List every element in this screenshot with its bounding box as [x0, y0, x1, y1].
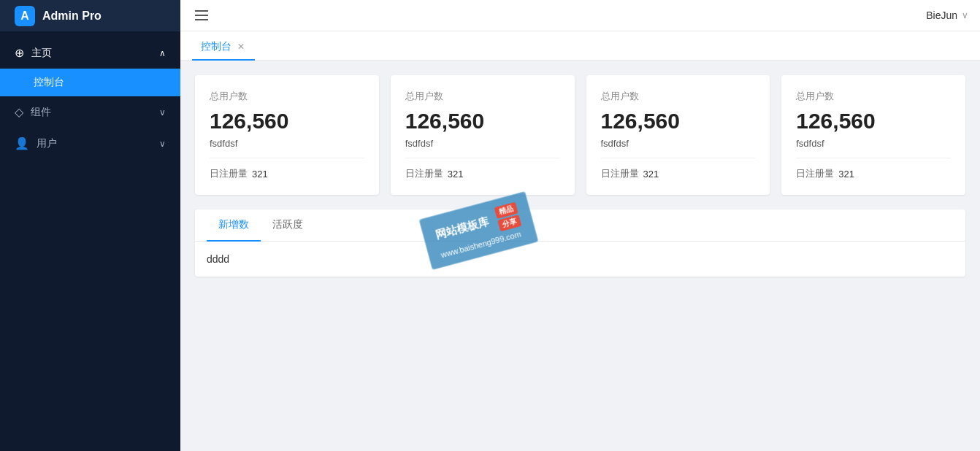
stat-footer-num-2: 321 [643, 169, 659, 180]
sidebar-nav: ⊕ 主页 ∧ 控制台 ◇ 组件 ∨ 👤 用户 ∨ [0, 31, 180, 451]
sidebar-item-home-label: 主页 [31, 47, 52, 60]
sidebar-item-components-label: 组件 [31, 106, 51, 119]
stat-footer-label-2: 日注册量 [601, 167, 639, 180]
tab-bar: 控制台 ✕ [180, 31, 980, 61]
stat-footer-num-3: 321 [838, 169, 854, 180]
stat-card-0: 总用户数 126,560 fsdfdsf 日注册量 321 [195, 75, 379, 195]
stat-footer-2: 日注册量 321 [601, 167, 756, 180]
users-icon: 👤 [15, 136, 29, 150]
stats-row: 总用户数 126,560 fsdfdsf 日注册量 321 总用户数 126,5… [195, 75, 965, 195]
stat-label-0: 总用户数 [210, 90, 364, 103]
sidebar-item-dashboard[interactable]: 控制台 [0, 69, 180, 96]
menu-toggle-button[interactable] [192, 7, 211, 23]
stat-card-1: 总用户数 126,560 fsdfdsf 日注册量 321 [391, 75, 575, 195]
stat-value-0: 126,560 [210, 109, 364, 134]
stat-value-2: 126,560 [601, 109, 756, 134]
menu-line-2 [195, 15, 208, 16]
stat-label-2: 总用户数 [601, 90, 756, 103]
stat-footer-num-0: 321 [252, 169, 268, 180]
main-content: BieJun ∨ 控制台 ✕ 总用户数 126,560 fsdfdsf 日注册量… [180, 0, 980, 451]
section-tab-new[interactable]: 新增数 [207, 209, 261, 242]
stat-footer-label-3: 日注册量 [796, 167, 834, 180]
stat-card-2: 总用户数 126,560 fsdfdsf 日注册量 321 [586, 75, 770, 195]
stat-sub-1: fsdfdsf [405, 138, 560, 149]
stat-value-1: 126,560 [405, 109, 560, 134]
app-title: Admin Pro [42, 9, 102, 23]
components-arrow-icon: ∨ [159, 107, 166, 117]
user-chevron-icon[interactable]: ∨ [962, 10, 968, 20]
stat-label-1: 总用户数 [405, 90, 560, 103]
components-icon: ◇ [15, 105, 23, 119]
section-tabs-container: 新增数 活跃度 dddd [195, 209, 965, 277]
users-arrow-icon: ∨ [159, 139, 166, 149]
sidebar: A Admin Pro ⊕ 主页 ∧ 控制台 ◇ 组件 ∨ 👤 [0, 0, 180, 451]
content-area: 总用户数 126,560 fsdfdsf 日注册量 321 总用户数 126,5… [180, 61, 980, 451]
menu-line-3 [195, 19, 208, 20]
header-right: BieJun ∨ [926, 9, 968, 21]
stat-divider-3 [796, 158, 951, 158]
stat-footer-num-1: 321 [448, 169, 464, 180]
sidebar-item-dashboard-label: 控制台 [34, 76, 64, 88]
stat-footer-label-0: 日注册量 [210, 167, 248, 180]
stat-divider-1 [405, 158, 560, 158]
header-left [192, 7, 211, 23]
stat-sub-0: fsdfdsf [210, 138, 364, 149]
stat-footer-3: 日注册量 321 [796, 167, 951, 180]
sidebar-item-home[interactable]: ⊕ 主页 ∧ [0, 37, 180, 69]
sidebar-item-users-label: 用户 [37, 137, 57, 150]
stat-sub-2: fsdfdsf [601, 138, 756, 149]
sidebar-item-components[interactable]: ◇ 组件 ∨ [0, 96, 180, 128]
section-content: dddd [195, 242, 965, 277]
menu-line-1 [195, 10, 208, 12]
home-icon: ⊕ [15, 46, 24, 60]
tab-dashboard[interactable]: 控制台 ✕ [192, 34, 255, 61]
stat-divider-2 [601, 158, 756, 158]
stat-footer-1: 日注册量 321 [405, 167, 560, 180]
stat-card-3: 总用户数 126,560 fsdfdsf 日注册量 321 [781, 75, 965, 195]
stat-value-3: 126,560 [796, 109, 951, 134]
section-tab-activity[interactable]: 活跃度 [261, 209, 315, 242]
logo-area: A Admin Pro [0, 0, 180, 31]
sidebar-item-users[interactable]: 👤 用户 ∨ [0, 128, 180, 159]
stat-sub-3: fsdfdsf [796, 138, 951, 149]
tab-dashboard-label: 控制台 [201, 40, 231, 53]
stat-label-3: 总用户数 [796, 90, 951, 103]
home-arrow-icon: ∧ [159, 48, 166, 58]
stat-footer-0: 日注册量 321 [210, 167, 364, 180]
stat-divider-0 [210, 158, 364, 158]
tab-close-button[interactable]: ✕ [236, 42, 246, 52]
stat-footer-label-1: 日注册量 [405, 167, 443, 180]
user-name: BieJun [926, 9, 957, 21]
top-header: BieJun ∨ [180, 0, 980, 31]
logo-icon: A [15, 6, 35, 26]
section-tab-bar: 新增数 活跃度 [195, 209, 965, 242]
